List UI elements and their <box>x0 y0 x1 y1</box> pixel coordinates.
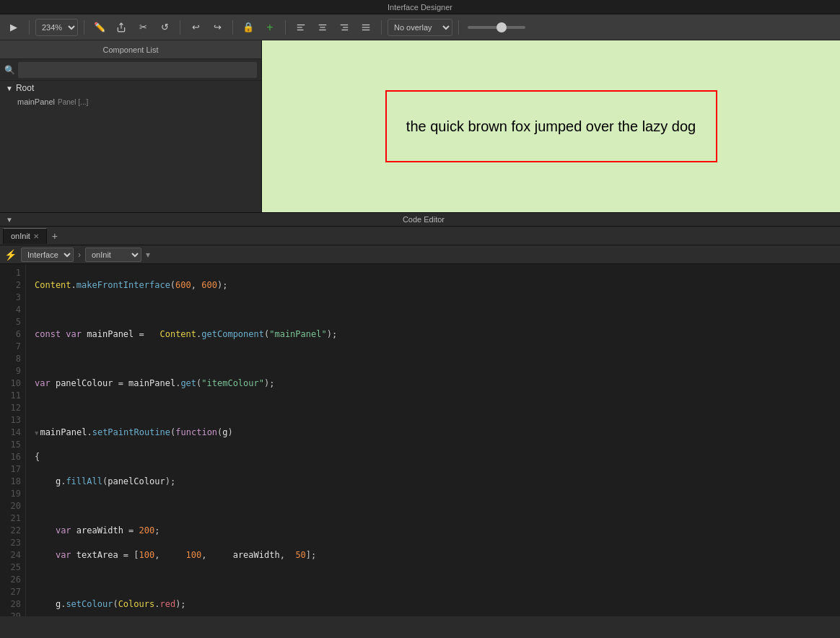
toolbar-sep-5 <box>285 20 286 35</box>
code-tab-onInit[interactable]: onInit ✕ <box>3 228 47 244</box>
overlay-select[interactable]: No overlay Grid Guides <box>388 19 452 36</box>
tree-child-mainPanel[interactable]: mainPanel Panel [...] <box>0 95 261 108</box>
tree-child-name: mainPanel <box>17 97 55 106</box>
pencil-icon-btn[interactable]: ✏️ <box>90 18 109 37</box>
tree-root-arrow: ▼ <box>6 84 13 92</box>
code-editor: onInit ✕ + ⚡ Interface Script › onInit o… <box>0 227 840 616</box>
refresh-icon-btn[interactable]: ↺ <box>155 18 174 37</box>
ln-17: 17 <box>0 463 21 476</box>
ln-22: 22 <box>0 525 21 537</box>
toolbar-sep-2 <box>84 20 84 35</box>
code-lines[interactable]: Content.makeFrontInterface(600, 600); co… <box>26 264 840 616</box>
align-left-btn[interactable] <box>292 18 310 37</box>
ln-27: 27 <box>0 586 21 598</box>
tree-root-item[interactable]: ▼ Root <box>0 81 261 95</box>
code-tab-close-btn[interactable]: ✕ <box>33 232 39 240</box>
line-numbers: 1 2 3 4 5 6 7 8 9 10 11 12 13 14 15 16 1… <box>0 264 26 616</box>
ln-28: 28 <box>0 598 21 611</box>
canvas-area: the quick brown fox jumped over the lazy… <box>262 40 840 212</box>
chevron-down-icon: ▾ <box>146 250 150 260</box>
zoom-slider-thumb <box>496 22 507 32</box>
ln-4: 4 <box>0 304 21 316</box>
ln-8: 8 <box>0 353 21 365</box>
toolbar-play-btn[interactable]: ▶ <box>4 18 23 37</box>
ln-24: 24 <box>0 549 21 561</box>
code-line-14: g.setColour(Colours.red); <box>35 598 840 611</box>
undo-btn[interactable]: ↩ <box>186 18 205 37</box>
ln-16: 16 <box>0 451 21 463</box>
ln-14: 14 <box>0 427 21 439</box>
search-input[interactable] <box>18 62 257 78</box>
zoom-select[interactable]: 234% 50% 100% 150% 200% 300% <box>35 19 78 36</box>
code-line-6 <box>35 402 840 414</box>
ln-9: 9 <box>0 365 21 377</box>
toolbar-sep-4 <box>232 20 233 35</box>
zoom-slider[interactable] <box>468 26 525 29</box>
ln-29: 29 <box>0 611 21 616</box>
ln-25: 25 <box>0 561 21 574</box>
add-btn[interactable]: + <box>261 18 279 37</box>
toolbar-sep-6 <box>381 20 382 35</box>
chevron-right-icon: › <box>78 250 81 260</box>
align-center-btn[interactable] <box>313 18 332 37</box>
ln-12: 12 <box>0 402 21 414</box>
component-list-panel: Component List 🔍 ▼ Root mainPanel Panel … <box>0 40 262 212</box>
add-tab-btn[interactable]: + <box>48 230 61 242</box>
code-line-7: ▼mainPanel.setPaintRoutine(function(g) <box>35 427 840 439</box>
divider-title: Code Editor <box>403 215 445 224</box>
toolbar-sep-3 <box>180 20 180 35</box>
ln-1: 1 <box>0 267 21 279</box>
title-bar: Interface Designer <box>0 0 840 14</box>
align-justify-btn[interactable] <box>356 18 375 37</box>
scope-select[interactable]: Interface Script <box>21 248 74 262</box>
lock-btn[interactable]: 🔒 <box>239 18 258 37</box>
code-tab-label: onInit <box>11 232 30 240</box>
code-editor-divider: ▼ Code Editor <box>0 212 840 227</box>
ln-21: 21 <box>0 512 21 525</box>
search-icon: 🔍 <box>4 65 15 75</box>
toolbar-sep-7 <box>458 20 459 35</box>
share-icon-btn[interactable] <box>112 18 131 37</box>
ln-7: 7 <box>0 341 21 353</box>
ln-26: 26 <box>0 574 21 586</box>
ln-20: 20 <box>0 500 21 512</box>
code-line-1: Content.makeFrontInterface(600, 600); <box>35 279 840 292</box>
layout-top: Component List 🔍 ▼ Root mainPanel Panel … <box>0 40 840 212</box>
tree-child-type: Panel [...] <box>58 98 88 106</box>
align-right-btn[interactable] <box>335 18 354 37</box>
ln-2: 2 <box>0 279 21 292</box>
code-line-9: g.fillAll(panelColour); <box>35 476 840 488</box>
ln-6: 6 <box>0 328 21 341</box>
canvas-text: the quick brown fox jumped over the lazy… <box>406 118 696 135</box>
ln-18: 18 <box>0 476 21 488</box>
code-line-13 <box>35 574 840 586</box>
toolbar: ▶ 234% 50% 100% 150% 200% 300% ✏️ ✂ ↺ ↩ … <box>0 14 840 40</box>
code-line-11: var areaWidth = 200; <box>35 525 840 537</box>
canvas-panel[interactable]: the quick brown fox jumped over the lazy… <box>385 90 717 162</box>
ln-19: 19 <box>0 488 21 500</box>
code-line-3: const var mainPanel = Content.getCompone… <box>35 328 840 341</box>
code-line-2 <box>35 304 840 316</box>
code-content: 1 2 3 4 5 6 7 8 9 10 11 12 13 14 15 16 1… <box>0 264 840 616</box>
component-list-header: Component List <box>0 40 261 59</box>
link-icon[interactable]: ⚡ <box>4 249 17 261</box>
ln-10: 10 <box>0 377 21 390</box>
code-line-12: var textArea = [100, 100, areaWidth, 50]… <box>35 549 840 561</box>
event-select[interactable]: onInit onControl <box>85 248 141 262</box>
ln-11: 11 <box>0 390 21 402</box>
code-toolbar: ⚡ Interface Script › onInit onControl ▾ <box>0 245 840 264</box>
app-title: Interface Designer <box>388 3 452 12</box>
cut-icon-btn[interactable]: ✂ <box>134 18 152 37</box>
ln-3: 3 <box>0 292 21 304</box>
canvas-content: the quick brown fox jumped over the lazy… <box>262 40 840 212</box>
component-search-bar: 🔍 <box>0 59 261 81</box>
redo-btn[interactable]: ↪ <box>208 18 227 37</box>
code-line-10 <box>35 500 840 512</box>
component-list-title: Component List <box>102 45 158 54</box>
tree-root-label: Root <box>16 83 34 93</box>
ln-13: 13 <box>0 414 21 427</box>
code-editor-tabs: onInit ✕ + <box>0 227 840 245</box>
ln-23: 23 <box>0 537 21 549</box>
toolbar-sep-1 <box>29 20 30 35</box>
divider-arrow-icon[interactable]: ▼ <box>6 216 13 224</box>
